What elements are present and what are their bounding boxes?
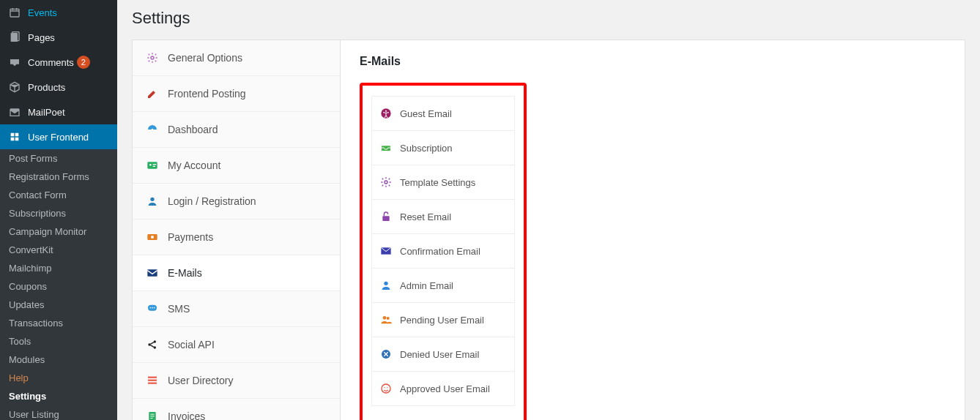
tab-label: Social API [168, 339, 215, 350]
svg-rect-12 [147, 269, 157, 276]
svg-rect-7 [153, 164, 157, 165]
email-item-template-settings[interactable]: Template Settings [371, 165, 515, 200]
box-icon [7, 80, 22, 94]
badge: 2 [77, 56, 90, 69]
wp-menu-comments[interactable]: Comments2 [0, 50, 117, 75]
wp-admin-sidebar: EventsPagesComments2ProductsMailPoetUser… [0, 0, 117, 420]
wp-submenu-registration-forms[interactable]: Registration Forms [0, 168, 117, 186]
tab-label: Dashboard [168, 124, 218, 135]
wp-menu-user-frontend[interactable]: User Frontend [0, 124, 117, 149]
lock-open-icon [379, 210, 393, 223]
svg-point-4 [152, 129, 154, 131]
menu-label: User Frontend [28, 132, 89, 143]
x-circle-icon [379, 348, 393, 361]
email-item-pending-user-email[interactable]: Pending User Email [371, 303, 515, 337]
edit-icon [146, 87, 159, 100]
tab-sms[interactable]: SMS [133, 291, 340, 327]
wp-submenu-contact-form[interactable]: Contact Form [0, 186, 117, 204]
email-item-guest-email[interactable]: Guest Email [371, 96, 515, 131]
email-item-label: Guest Email [400, 108, 452, 119]
menu-label: MailPoet [28, 107, 65, 118]
tab-general-options[interactable]: General Options [133, 40, 340, 76]
email-list: Guest EmailSubscriptionTemplate Settings… [371, 96, 515, 406]
tab-label: Login / Registration [168, 195, 256, 207]
svg-rect-25 [150, 416, 154, 416]
tab-user-directory[interactable]: User Directory [133, 363, 340, 399]
tab-frontend-posting[interactable]: Frontend Posting [133, 76, 340, 112]
email-item-confirmation-email[interactable]: Confirmation Email [371, 234, 515, 269]
email-item-label: Confirmation Email [400, 246, 480, 257]
email-item-label: Approved User Email [400, 383, 490, 394]
wp-submenu-tools[interactable]: Tools [0, 332, 117, 350]
menu-label: Comments [28, 57, 74, 68]
tab-label: User Directory [168, 375, 233, 386]
wp-submenu-convertkit[interactable]: ConvertKit [0, 241, 117, 259]
email-item-label: Reset Email [400, 211, 451, 222]
email-item-reset-email[interactable]: Reset Email [371, 200, 515, 234]
svg-point-30 [385, 181, 387, 184]
share-icon [146, 338, 159, 351]
svg-point-28 [385, 110, 387, 112]
wp-submenu-settings[interactable]: Settings [0, 387, 117, 405]
menu-label: Products [28, 82, 65, 93]
wp-submenu-mailchimp[interactable]: Mailchimp [0, 259, 117, 277]
settings-container: General OptionsFrontend PostingDashboard… [132, 40, 965, 420]
wp-submenu-transactions[interactable]: Transactions [0, 314, 117, 332]
sms-icon [146, 302, 159, 315]
envelope-icon [379, 244, 393, 258]
wp-menu-products[interactable]: Products [0, 75, 117, 100]
email-item-admin-email[interactable]: Admin Email [371, 269, 515, 303]
wp-submenu-post-forms[interactable]: Post Forms [0, 149, 117, 168]
email-highlight-box: Guest EmailSubscriptionTemplate Settings… [360, 83, 527, 420]
svg-point-14 [150, 307, 152, 309]
uf-icon [7, 130, 22, 144]
email-item-label: Pending User Email [400, 315, 484, 326]
svg-point-39 [387, 387, 387, 388]
wp-submenu-help[interactable]: Help [0, 369, 117, 387]
tab-my-account[interactable]: My Account [133, 148, 340, 184]
svg-point-6 [149, 164, 152, 166]
wp-menu-events[interactable]: Events [0, 0, 117, 25]
svg-point-3 [151, 56, 154, 59]
main-content: Settings General OptionsFrontend Posting… [117, 0, 980, 420]
gear-icon [146, 51, 159, 64]
svg-rect-8 [153, 166, 155, 167]
wp-submenu-coupons[interactable]: Coupons [0, 277, 117, 296]
mailpoet-icon [7, 105, 22, 119]
tab-label: SMS [168, 303, 190, 315]
idcard-icon [146, 159, 159, 172]
inbox-icon [379, 141, 393, 154]
users-icon [379, 313, 393, 326]
email-item-approved-user-email[interactable]: Approved User Email [371, 372, 515, 406]
tab-label: E-Mails [168, 267, 202, 279]
svg-rect-29 [382, 146, 390, 151]
tab-label: Invoices [168, 410, 205, 420]
svg-rect-21 [148, 380, 157, 381]
email-item-subscription[interactable]: Subscription [371, 131, 515, 165]
tab-label: Payments [168, 231, 213, 243]
tab-social-api[interactable]: Social API [133, 327, 340, 363]
tab-login-registration[interactable]: Login / Registration [133, 184, 340, 220]
svg-rect-20 [148, 377, 157, 378]
tab-invoices[interactable]: Invoices [133, 399, 340, 420]
wp-submenu-modules[interactable]: Modules [0, 350, 117, 369]
comment-icon [7, 55, 22, 70]
tab-label: Frontend Posting [168, 88, 246, 100]
email-item-label: Admin Email [400, 280, 453, 291]
gear-icon [379, 176, 393, 189]
wp-menu-pages[interactable]: Pages [0, 25, 117, 50]
email-item-label: Denied User Email [400, 349, 479, 360]
tab-e-mails[interactable]: E-Mails [133, 255, 340, 291]
wp-submenu-user-listing[interactable]: User Listing [0, 405, 117, 420]
calendar-icon [7, 5, 22, 20]
wp-submenu-subscriptions[interactable]: Subscriptions [0, 204, 117, 222]
wp-submenu-campaign-monitor[interactable]: Campaign Monitor [0, 222, 117, 241]
menu-label: Pages [28, 32, 55, 43]
tab-payments[interactable]: Payments [133, 220, 340, 255]
svg-rect-26 [150, 418, 152, 419]
dash-icon [146, 123, 159, 136]
tab-dashboard[interactable]: Dashboard [133, 112, 340, 148]
wp-menu-mailpoet[interactable]: MailPoet [0, 100, 117, 124]
wp-submenu-updates[interactable]: Updates [0, 296, 117, 314]
email-item-denied-user-email[interactable]: Denied User Email [371, 337, 515, 372]
